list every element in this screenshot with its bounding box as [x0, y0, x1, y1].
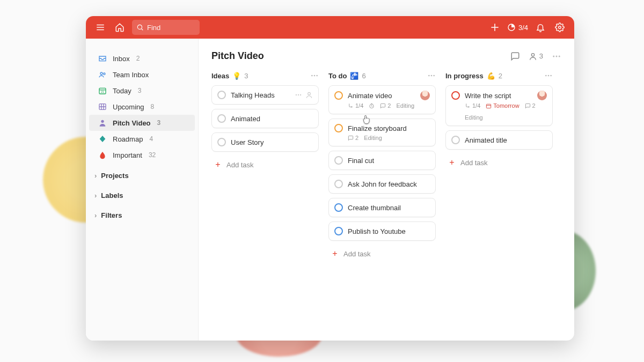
column-header: To do🚰6 [328, 71, 436, 80]
sidebar-item-important[interactable]: Important32 [89, 147, 195, 163]
task-checkbox[interactable] [217, 138, 226, 146]
add-task-button[interactable]: +Add task [445, 154, 553, 171]
diamond-icon [98, 134, 107, 144]
assignee-avatar[interactable] [420, 91, 430, 100]
share-button[interactable]: 3 [529, 52, 543, 61]
task-meta: 1/42Editing [334, 102, 430, 109]
settings-icon[interactable] [553, 20, 567, 34]
sidebar-item-count: 3 [138, 87, 142, 94]
svg-point-30 [428, 75, 430, 77]
task-checkbox[interactable] [334, 180, 343, 188]
task-title: User Story [231, 138, 313, 146]
task-checkbox[interactable] [451, 136, 460, 144]
sidebar-item-team-inbox[interactable]: Team Inbox [89, 67, 195, 83]
grid-icon [98, 102, 107, 112]
svg-point-22 [559, 55, 560, 57]
board: Ideas💡3Talking HeadsAnimatedUser Story+A… [211, 71, 561, 262]
task-checkbox[interactable] [334, 124, 343, 132]
add-task-button[interactable]: +Add task [211, 156, 319, 173]
plus-icon: + [331, 249, 339, 258]
svg-point-23 [311, 75, 313, 77]
sidebar-item-roadmap[interactable]: Roadmap4 [89, 131, 195, 147]
more-icon[interactable] [295, 91, 302, 99]
assign-icon[interactable] [305, 91, 313, 99]
column-more-icon[interactable] [544, 71, 553, 80]
task-checkbox[interactable] [334, 227, 343, 235]
task-title: Finalize storyboard [348, 124, 430, 132]
column-more-icon[interactable] [310, 71, 319, 80]
svg-point-34 [545, 75, 547, 77]
sidebar-section-filters[interactable]: ›Filters [86, 206, 198, 223]
task-card[interactable]: Animated [211, 109, 319, 128]
main-area: Pitch Video 3 Ideas💡3Talking HeadsAnimat… [199, 39, 574, 341]
sidebar-item-today[interactable]: 21Today3 [89, 83, 195, 99]
task-title: Animate video [348, 92, 415, 100]
search-box[interactable] [132, 20, 200, 35]
task-checkbox[interactable] [217, 114, 226, 123]
sidebar-item-label: Team Inbox [113, 71, 149, 79]
task-checkbox[interactable] [217, 91, 226, 99]
sidebar: Inbox2Team Inbox21Today3Upcoming8Pitch V… [86, 39, 199, 341]
task-card[interactable]: Ask John for feedback [328, 174, 436, 194]
search-input[interactable] [147, 24, 195, 32]
progress-pie-icon [507, 23, 516, 32]
person-icon [98, 118, 107, 128]
progress-ratio[interactable]: 3/4 [507, 23, 528, 32]
task-card[interactable]: Create thumbnail [328, 198, 436, 217]
task-title: Animated [231, 115, 313, 123]
chevron-right-icon: › [94, 211, 97, 219]
sidebar-item-pitch[interactable]: Pitch Video3 [89, 115, 195, 131]
sidebar-section-labels[interactable]: ›Labels [86, 186, 198, 203]
task-card[interactable]: Write the script1/4Tomorrow2Editing [445, 85, 553, 126]
task-checkbox[interactable] [451, 91, 460, 100]
page-title: Pitch Video [211, 50, 264, 62]
task-card[interactable]: Finalize storyboard2Editing [328, 119, 436, 146]
task-card[interactable]: Animate video1/42Editing [328, 85, 436, 114]
comment-count: 2 [380, 102, 391, 109]
sidebar-item-inbox[interactable]: Inbox2 [89, 50, 195, 67]
task-card[interactable]: Final cut [328, 151, 436, 170]
sidebar-section-projects[interactable]: ›Projects [86, 166, 198, 183]
sidebar-item-label: Roadmap [113, 135, 143, 143]
home-icon[interactable] [113, 20, 127, 34]
task-checkbox[interactable] [334, 91, 343, 100]
task-checkbox[interactable] [334, 156, 343, 165]
menu-icon[interactable] [93, 20, 107, 34]
sidebar-section-label: Projects [101, 172, 128, 180]
sidebar-item-count: 4 [149, 135, 153, 143]
sidebar-item-count: 2 [136, 55, 140, 62]
task-card[interactable]: Publish to Youtube [328, 221, 436, 241]
task-card[interactable]: Animated title [445, 130, 553, 150]
add-icon[interactable] [488, 20, 502, 34]
add-task-button[interactable]: +Add task [328, 245, 436, 262]
task-card[interactable]: Talking Heads [211, 85, 319, 105]
app-window: 3/4 Inbox2Team Inbox21Today3Upcoming8Pit… [86, 16, 574, 341]
column-count: 3 [244, 72, 248, 80]
card-hover-actions [295, 91, 313, 99]
svg-point-10 [104, 73, 105, 75]
column-title: To do [328, 72, 347, 80]
task-checkbox[interactable] [334, 203, 343, 212]
column-header: In progress💪2 [445, 71, 553, 80]
task-title: Create thumbnail [348, 204, 430, 212]
sidebar-item-count: 32 [149, 151, 156, 159]
add-task-label: Add task [226, 161, 254, 169]
comments-icon[interactable] [510, 51, 520, 61]
comment-count: 2 [348, 135, 358, 141]
svg-point-27 [298, 94, 299, 95]
bell-icon[interactable] [533, 20, 547, 34]
sidebar-item-label: Upcoming [113, 103, 144, 111]
column-ideas: Ideas💡3Talking HeadsAnimatedUser Story+A… [211, 71, 319, 173]
column-title: Ideas [211, 72, 229, 80]
more-icon[interactable] [552, 51, 561, 61]
task-card[interactable]: User Story [211, 132, 319, 152]
svg-point-36 [550, 75, 552, 77]
subtask-count: 1/4 [348, 102, 363, 109]
plus-icon: + [214, 160, 222, 169]
task-title: Final cut [348, 157, 430, 165]
assignee-avatar[interactable] [537, 91, 547, 100]
task-title: Ask John for feedback [348, 180, 430, 188]
sidebar-item-upcoming[interactable]: Upcoming8 [89, 99, 195, 115]
main-header: Pitch Video 3 [211, 50, 561, 62]
column-more-icon[interactable] [427, 71, 436, 80]
